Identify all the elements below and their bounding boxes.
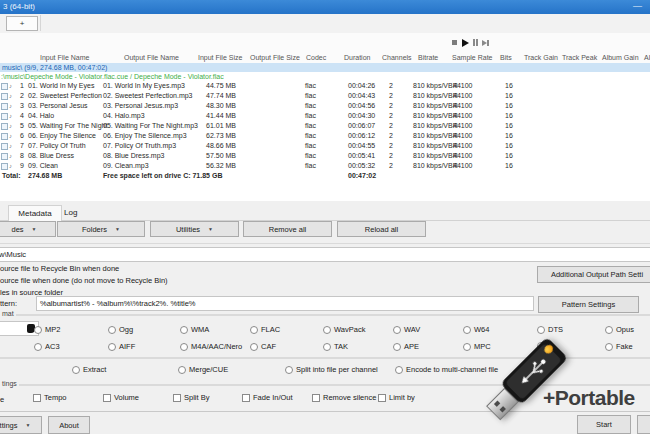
format-radio-wavpack[interactable]: WavPack (323, 325, 365, 334)
checkbox-remove-silence[interactable]: Remove silence (312, 393, 376, 402)
pause-icon[interactable] (473, 39, 479, 46)
format-radio-m4a-aac-nero[interactable]: M4A/AAC/Nero (180, 342, 242, 351)
column-header-codec[interactable]: Codec (306, 54, 326, 61)
column-header-track-gain[interactable]: Track Gain (524, 54, 558, 61)
total-size: 274.68 MB (28, 171, 62, 181)
column-header-al[interactable]: Al (644, 54, 650, 61)
checkbox-split-by[interactable]: Split By (173, 393, 209, 402)
mode-radio-extract[interactable]: Extract (72, 365, 106, 374)
cell-duration: 00:04:56 (348, 101, 375, 111)
column-header-input-file-name[interactable]: Input File Name (40, 54, 89, 61)
table-row[interactable]: ♪505. Waiting For The Night05. Waiting F… (0, 121, 650, 131)
cell-codec: flac (305, 161, 316, 171)
cell-bits: 16 (505, 131, 513, 141)
column-header-duration[interactable]: Duration (344, 54, 370, 61)
file-check-icon[interactable] (1, 93, 8, 100)
format-radio-ogg[interactable]: Ogg (108, 325, 133, 334)
action-button-utilities[interactable]: Utilities▼ (150, 221, 239, 237)
column-header-output-file-size[interactable]: Output File Size (250, 54, 300, 61)
cell-bits: 16 (505, 121, 513, 131)
partial-button[interactable] (637, 415, 650, 434)
start-button[interactable]: Start (577, 415, 631, 434)
action-button-folders[interactable]: Folders▼ (57, 221, 145, 237)
additional-output-path-button[interactable]: Additional Output Path Setti (537, 266, 650, 283)
format-radio-wav[interactable]: WAV (393, 325, 420, 334)
column-header-channels[interactable]: Channels (382, 54, 412, 61)
format-radio-fake[interactable]: Fake (605, 342, 633, 351)
music-note-icon: ♪ (9, 101, 12, 111)
format-radio-dts[interactable]: DTS (537, 325, 563, 334)
column-header-album-gain[interactable]: Album Gain (602, 54, 639, 61)
format-radio-mpc[interactable]: MPC (463, 342, 491, 351)
checkbox-limit-by[interactable]: Limit by (378, 393, 415, 402)
format-radio-w64[interactable]: W64 (463, 325, 489, 334)
pattern-settings-button[interactable]: Pattern Settings (538, 296, 639, 313)
column-header-sample-rate[interactable]: Sample Rate (452, 54, 492, 61)
checkbox-volume[interactable]: Volume (103, 393, 139, 402)
music-note-icon: ♪ (9, 131, 12, 141)
action-button-remove-all[interactable]: Remove all (243, 221, 332, 237)
format-radio-opus[interactable]: Opus (605, 325, 634, 334)
format-radio-caf[interactable]: CAF (250, 342, 276, 351)
table-row[interactable]: ♪808. Blue Dress08. Blue Dress.mp357.50 … (0, 151, 650, 161)
radio-label: Encode to multi-channel file (406, 365, 498, 374)
stop-icon[interactable] (452, 39, 457, 46)
table-row[interactable]: ♪303. Personal Jesus03. Personal Jesus.m… (0, 101, 650, 111)
table-row[interactable]: ♪606. Enjoy The Silence06. Enjoy The Sil… (0, 131, 650, 141)
file-check-icon[interactable] (1, 103, 8, 110)
title-bar: 3 (64-bit) — (0, 0, 650, 14)
column-header-input-file-size[interactable]: Input File Size (198, 54, 242, 61)
table-row[interactable]: ♪202. Sweetest Perfection02. Sweetest Pe… (0, 91, 650, 101)
format-radio-ac3[interactable]: AC3 (34, 342, 60, 351)
output-option-line[interactable]: ource file when done (do not move to Rec… (0, 276, 168, 285)
cell-bitrate: 810 kbps/VBR (413, 161, 458, 171)
mode-radio-split-into-file-per-channel[interactable]: Split into file per channel (285, 365, 378, 374)
format-radio-mp2[interactable]: MP2 (34, 325, 60, 334)
format-radio-tak[interactable]: TAK (323, 342, 348, 351)
checkbox-tempo[interactable]: Tempo (33, 393, 67, 402)
tab-metadata[interactable]: Metadata (8, 205, 62, 221)
column-header-output-file-name[interactable]: Output File Name (124, 54, 179, 61)
output-path-input[interactable]: w\Music (0, 247, 650, 262)
cell-duration: 00:05:32 (348, 161, 375, 171)
file-check-icon[interactable] (1, 143, 8, 150)
next-track-icon[interactable] (482, 39, 490, 46)
table-row[interactable]: ♪101. World In My Eyes01. World In My Ey… (0, 81, 650, 91)
table-row[interactable]: ♪707. Policy Of Truth07. Policy Of Truth… (0, 141, 650, 151)
tab-log[interactable]: Log (64, 208, 77, 217)
column-header-track-peak[interactable]: Track Peak (562, 54, 597, 61)
table-row[interactable]: ♪404. Halo04. Halo.mp341.44 MBflac00:04:… (0, 111, 650, 121)
group-row[interactable]: music\ (9/9, 274.68 MB, 00:47:02) (0, 63, 650, 72)
source-file-row[interactable]: :\music\Depeche Mode - Violator.flac.cue… (0, 72, 650, 81)
action-button-des[interactable]: des▼ (0, 221, 56, 237)
minimize-button[interactable]: — (633, 1, 642, 11)
radio-label: TAK (334, 342, 348, 351)
checkbox-label: Fade In/Out (253, 393, 293, 402)
file-check-icon[interactable] (1, 163, 8, 170)
column-header-bitrate[interactable]: Bitrate (418, 54, 438, 61)
format-radio-wma[interactable]: WMA (180, 325, 209, 334)
file-check-icon[interactable] (1, 83, 8, 90)
format-radio-aiff[interactable]: AIFF (108, 342, 135, 351)
file-check-icon[interactable] (1, 123, 8, 130)
about-button[interactable]: About (48, 416, 90, 434)
checkbox-fade-in-out[interactable]: Fade In/Out (242, 393, 293, 402)
table-row[interactable]: ♪909. Clean09. Clean.mp356.32 MBflac00:0… (0, 161, 650, 171)
format-radio-ape[interactable]: APE (393, 342, 419, 351)
radio-label: Ogg (119, 325, 133, 334)
format-radio-flac[interactable]: FLAC (250, 325, 280, 334)
toolbar-add-button[interactable]: + (6, 16, 38, 31)
file-check-icon[interactable] (1, 113, 8, 120)
file-check-icon[interactable] (1, 153, 8, 160)
mode-radio-encode-to-multi-channel-file[interactable]: Encode to multi-channel file (395, 365, 498, 374)
pattern-input[interactable]: %albumartist% - %album%\%track2%. %title… (36, 296, 534, 311)
settings-dropdown-button[interactable]: ttings▼ (0, 416, 42, 434)
cell-num: 7 (13, 141, 24, 151)
cell-num: 6 (13, 131, 24, 141)
output-option-line[interactable]: ource file to Recycle Bin when done (0, 264, 119, 273)
play-icon[interactable] (462, 39, 469, 46)
column-header-bits[interactable]: Bits (500, 54, 512, 61)
file-check-icon[interactable] (1, 133, 8, 140)
mode-radio-merge-cue[interactable]: Merge/CUE (178, 365, 228, 374)
action-button-reload-all[interactable]: Reload all (337, 221, 426, 237)
